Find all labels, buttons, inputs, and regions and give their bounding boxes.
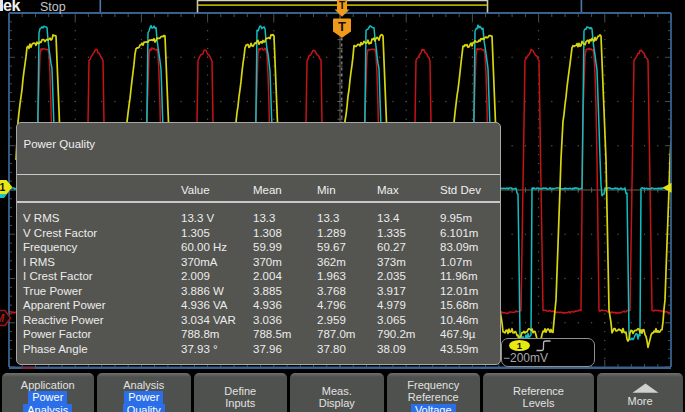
svg-text:T: T (339, 0, 345, 11)
svg-text:1: 1 (0, 181, 6, 193)
svg-text:1: 1 (517, 340, 523, 351)
svg-text:M: M (0, 313, 5, 324)
svg-text:T: T (338, 19, 346, 34)
